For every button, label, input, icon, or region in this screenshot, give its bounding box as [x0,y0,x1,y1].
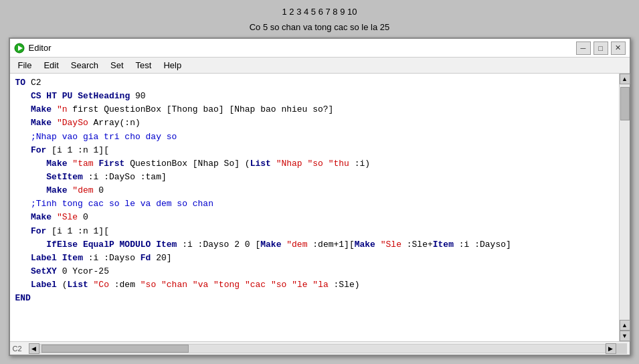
header-line2: Co 5 so chan va tong cac so le la 25 [250,22,390,32]
scroll-up-button[interactable]: ▲ [620,74,630,84]
title-bar: Editor ─ □ ✕ [10,39,630,58]
title-bar-left: Editor [14,43,52,54]
code-line: END [15,292,614,305]
menu-help[interactable]: Help [158,59,187,72]
code-line: For [i 1 :n 1][ [15,225,614,238]
code-line: SetItem :i :DaySo :tam] [15,171,614,184]
menu-file[interactable]: File [13,59,37,72]
code-line: ;Tinh tong cac so le va dem so chan [15,197,614,211]
scrollbar-vertical[interactable]: ▲ ▲ ▼ [619,74,630,341]
scroll-track [620,84,630,320]
menu-edit[interactable]: Edit [38,59,64,72]
code-line: ;Nhap vao gia tri cho day so [15,130,614,144]
code-line: CS HT PU SetHeading 90 [15,90,614,103]
menu-test[interactable]: Test [130,59,157,72]
menu-set[interactable]: Set [105,59,129,72]
horizontal-scroll-track [39,344,606,353]
code-line: Make "DaySo Array(:n) [15,116,614,130]
scroll-right-button[interactable]: ▶ [606,343,616,354]
scroll-corner [616,343,627,354]
editor-area: TO C2 CS HT PU SetHeading 90 Make "n fir… [10,74,630,341]
minimize-button[interactable]: ─ [576,41,591,55]
horizontal-scroll-thumb[interactable] [41,345,189,353]
menu-search[interactable]: Search [66,59,104,72]
code-line: Label Item :i :Dayso Fd 20] [15,252,614,265]
code-line: For [i 1 :n 1][ [15,144,614,157]
code-line: IfElse EqualP MODULO Item :i :Dayso 2 0 … [15,238,614,252]
scroll-thumb[interactable] [620,87,630,120]
code-line: Make "dem 0 [15,184,614,197]
bottom-bar: C2 ◀ ▶ [10,341,630,355]
code-line: Make "tam First QuestionBox [Nhap So] (L… [15,157,614,171]
code-line: Label (List "Co :dem "so "chan "va "tong… [15,278,614,292]
title-bar-buttons: ─ □ ✕ [576,41,626,55]
code-line: SetXY 0 Ycor-25 [15,265,614,278]
scroll-mid-button[interactable]: ▲ [620,320,630,331]
code-line: Make "Sle 0 [15,211,614,224]
scroll-left-button[interactable]: ◀ [29,343,39,354]
code-line: Make "n first QuestionBox [Thong bao] [N… [15,103,614,116]
bottom-left-label: C2 [13,345,26,353]
close-button[interactable]: ✕ [611,41,626,55]
maximize-button[interactable]: □ [594,41,608,55]
code-editor[interactable]: TO C2 CS HT PU SetHeading 90 Make "n fir… [10,74,619,341]
code-line: TO C2 [15,76,614,90]
editor-window: Editor ─ □ ✕ File Edit Search Set Test H… [9,37,631,356]
play-icon [14,43,25,54]
menu-bar: File Edit Search Set Test Help [10,58,630,74]
header-line1: 1 2 3 4 5 6 7 8 9 10 [282,7,357,17]
scroll-down-button[interactable]: ▼ [620,331,630,341]
window-title: Editor [29,43,52,53]
